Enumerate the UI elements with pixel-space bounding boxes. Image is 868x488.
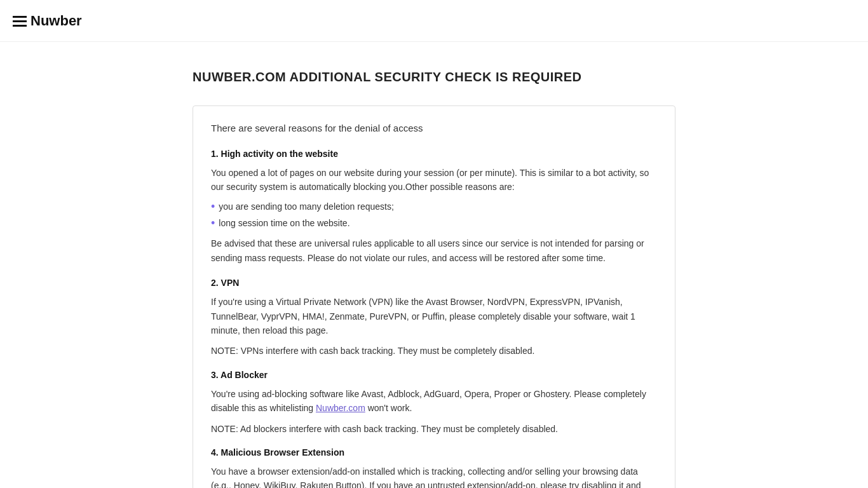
bullet-dot-icon: • [211, 200, 215, 214]
site-header: Nuwber [0, 0, 868, 42]
svg-rect-0 [13, 16, 27, 18]
reason-4-section: 4. Malicious Browser Extension You have … [211, 446, 657, 488]
page-title: NUWBER.COM ADDITIONAL SECURITY CHECK IS … [193, 67, 675, 86]
reason-2-note: NOTE: VPNs interfere with cash back trac… [211, 344, 657, 358]
logo-icon [13, 16, 27, 26]
reason-1-body: You opened a lot of pages on our website… [211, 166, 657, 194]
reason-2-heading: 2. VPN [211, 276, 657, 290]
nuwber-link[interactable]: Nuwber.com [316, 403, 365, 413]
logo[interactable]: Nuwber [13, 10, 82, 31]
reason-3-body: You're using ad-blocking software like A… [211, 387, 657, 416]
reason-2-body: If you're using a Virtual Private Networ… [211, 295, 657, 337]
reason-1-advisory: Be advised that these are universal rule… [211, 236, 657, 265]
reason-3-heading: 3. Ad Blocker [211, 369, 657, 382]
list-item: • long session time on the website. [211, 217, 657, 231]
reason-1-bullets: • you are sending too many deletion requ… [211, 200, 657, 230]
logo-text: Nuwber [31, 10, 82, 31]
reason-4-heading: 4. Malicious Browser Extension [211, 446, 657, 459]
svg-rect-2 [13, 25, 27, 27]
list-item: • you are sending too many deletion requ… [211, 200, 657, 214]
reason-3-section: 3. Ad Blocker You're using ad-blocking s… [211, 369, 657, 436]
reason-3-note: NOTE: Ad blockers interfere with cash ba… [211, 422, 657, 436]
content-box: There are several reasons for the denial… [193, 105, 675, 488]
reason-1-heading: 1. High activity on the website [211, 147, 657, 161]
reason-4-body: You have a browser extension/add-on inst… [211, 464, 657, 488]
bullet-dot-icon: • [211, 217, 215, 231]
intro-text: There are several reasons for the denial… [211, 121, 657, 136]
reason-2-section: 2. VPN If you're using a Virtual Private… [211, 276, 657, 358]
svg-rect-1 [13, 20, 27, 22]
main-content: NUWBER.COM ADDITIONAL SECURITY CHECK IS … [180, 42, 688, 488]
reason-1-section: 1. High activity on the website You open… [211, 147, 657, 266]
